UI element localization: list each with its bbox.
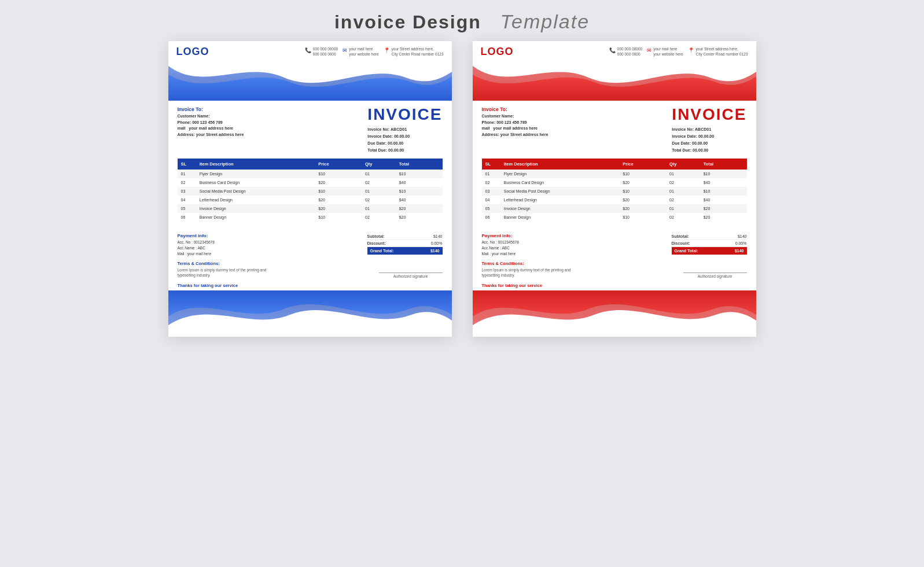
blue-invoice-footer: Payment info: Acc. No : 0012345678 Acc.N… [168,231,452,261]
table-row: 04 Letterhead Design $20 02 $40 [482,196,747,204]
wave-bottom-blue [168,290,452,337]
table-header-row-red: SL Item Description Price Qty Total [482,159,747,170]
table-row: 03 Social Media Post Design $10 01 $10 [178,187,443,196]
title-main: invoice Design [334,12,481,32]
phone-contact-red: 📞 000 000 00000 000 000 0000 [609,47,642,57]
terms-sig-red: Terms & Conditions: Lorem Ipsum is simpl… [473,261,756,282]
address-contact-blue: 📍 your Street address here, City Center … [384,47,444,57]
table-row: 05 Invoice Design $20 01 $20 [178,204,443,213]
th-total-red: Total [700,159,747,170]
th-price: Price [315,159,362,170]
sig-line-blue [379,273,443,273]
grand-total-row-blue: Grand Total: $140 [367,247,443,255]
payment-info-blue: Payment info: Acc. No : 0012345678 Acc.N… [178,233,215,257]
mail-contact-red: ✉ your mail here your website here [647,47,683,57]
table-row: 02 Business Card Design $20 02 $40 [178,178,443,187]
thanks-red: Thanks for taking our service [473,282,756,290]
bill-to-blue: Invoice To: Customer Name: Phone: 000 12… [178,106,244,138]
subtotal-row-blue: Subtotal: $140 [367,233,443,240]
location-icon-blue: 📍 [384,47,390,53]
red-invoice-footer: Payment info: Acc. No : 0012345678 Acc.N… [473,231,756,261]
table-row: 02 Business Card Design $20 02 $40 [482,178,747,187]
terms-red: Terms & Conditions: Lorem Ipsum is simpl… [482,261,575,279]
th-sl: SL [178,159,196,170]
address-contact-red: 📍 your Street address here, City Center … [688,47,748,57]
table-row: 01 Flyer Design $10 01 $10 [178,170,443,178]
wave-top-red [473,60,756,101]
wave-bottom-red [473,290,756,337]
subtotal-row-red: Subtotal: $140 [672,233,747,240]
terms-sig-blue: Terms & Conditions: Lorem Ipsum is simpl… [168,261,452,282]
signature-blue: Authorized signature [379,273,443,278]
th-qty-red: Qty [666,159,700,170]
table-body-blue: 01 Flyer Design $10 01 $10 02 Business C… [178,170,443,222]
mail-icon-blue: ✉ [343,47,347,53]
table-row: 05 Invoice Design $20 01 $20 [482,204,747,213]
page-title: invoice Design Template [334,0,590,41]
blue-card-header: LOGO 📞 000 000 00000 000 000 0000 ✉ your… [168,41,452,60]
phone-contact-blue: 📞 000 000 00000 000 000 0000 [305,47,338,57]
th-sl-red: SL [482,159,500,170]
invoice-title-blue: INVOICE Invoice No: ABCD01 Invoice Date:… [367,106,442,154]
red-logo: LOGO [481,46,514,58]
invoice-table-red: SL Item Description Price Qty Total 01 F… [482,159,747,222]
sig-line-red [683,273,747,273]
header-contacts-blue: 📞 000 000 00000 000 000 0000 ✉ your mail… [305,47,444,57]
blue-invoice-card: LOGO 📞 000 000 00000 000 000 0000 ✉ your… [168,41,452,337]
mail-icon-red: ✉ [647,47,651,53]
table-row: 06 Banner Design $10 02 $20 [178,213,443,222]
info-row-blue: Invoice To: Customer Name: Phone: 000 12… [178,106,443,154]
table-row: 03 Social Media Post Design $10 01 $10 [482,187,747,196]
discount-row-red: Discount: 0.00% [672,240,747,247]
invoice-table-blue: SL Item Description Price Qty Total 01 F… [178,159,443,222]
header-contacts-red: 📞 000 000 00000 000 000 0000 ✉ your mail… [609,47,748,57]
thanks-blue: Thanks for taking our service [168,282,452,290]
invoice-details-blue: Invoice No: ABCD01 Invoice Date: 00.00.0… [367,126,442,154]
th-total: Total [396,159,443,170]
th-desc: Item Description [196,159,315,170]
table-body-red: 01 Flyer Design $10 01 $10 02 Business C… [482,170,747,222]
bill-to-red: Invoice To: Customer Name: Phone: 000 12… [482,106,548,138]
location-icon-red: 📍 [688,47,694,53]
blue-invoice-body: Invoice To: Customer Name: Phone: 000 12… [168,101,452,231]
table-row: 04 Letterhead Design $20 02 $40 [178,196,443,204]
mail-contact-blue: ✉ your mail here your website here [343,47,378,57]
discount-row-blue: Discount: 0.00% [367,240,443,247]
info-row-red: Invoice To: Customer Name: Phone: 000 12… [482,106,747,154]
invoice-details-red: Invoice No: ABCD01 Invoice Date: 00.00.0… [672,126,746,154]
invoice-title-red: INVOICE Invoice No: ABCD01 Invoice Date:… [672,106,746,154]
payment-info-red: Payment info: Acc. No : 0012345678 Acc.N… [482,233,519,257]
th-desc-red: Item Description [500,159,620,170]
table-header-row: SL Item Description Price Qty Total [178,159,443,170]
grand-total-row-red: Grand Total: $140 [672,247,747,255]
signature-red: Authorized signature [683,273,747,278]
cards-container: LOGO 📞 000 000 00000 000 000 0000 ✉ your… [145,41,779,337]
phone-icon-blue: 📞 [305,47,311,53]
title-sub: Template [500,10,590,32]
red-invoice-card: LOGO 📞 000 000 00000 000 000 0000 ✉ your… [473,41,756,337]
red-invoice-body: Invoice To: Customer Name: Phone: 000 12… [473,101,756,231]
table-row: 01 Flyer Design $10 01 $10 [482,170,747,178]
th-qty: Qty [362,159,396,170]
terms-blue: Terms & Conditions: Lorem Ipsum is simpl… [178,261,270,279]
blue-logo: LOGO [176,46,209,58]
totals-blue: Subtotal: $140 Discount: 0.00% Grand Tot… [367,233,443,257]
red-card-header: LOGO 📞 000 000 00000 000 000 0000 ✉ your… [473,41,756,60]
table-row: 06 Banner Design $10 02 $20 [482,213,747,222]
th-price-red: Price [619,159,666,170]
phone-icon-red: 📞 [609,47,616,53]
totals-red: Subtotal: $140 Discount: 0.00% Grand Tot… [672,233,747,257]
wave-top-blue [168,60,452,101]
